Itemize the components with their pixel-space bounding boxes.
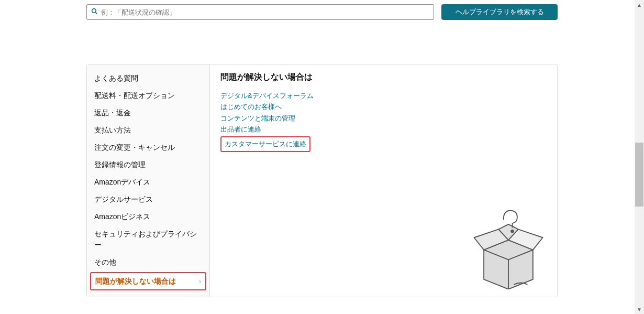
link-digital-device-forum[interactable]: デジタル&デバイスフォーラム	[220, 90, 547, 101]
scrollbar-down-icon[interactable]: ▼	[635, 305, 644, 314]
link-new-customers[interactable]: はじめてのお客様へ	[220, 101, 547, 112]
sidebar-item-payment[interactable]: 支払い方法	[87, 122, 209, 139]
link-content-devices[interactable]: コンテンツと端末の管理	[220, 113, 547, 124]
sidebar-item-shipping[interactable]: 配送料・配送オプション	[87, 87, 209, 104]
sidebar: よくある質問 配送料・配送オプション 返品・返金 支払い方法 注文の変更・キャン…	[87, 64, 210, 297]
link-contact-customer-service[interactable]: カスタマーサービスに連絡	[225, 138, 306, 149]
sidebar-item-security[interactable]: セキュリティおよびプライバシー	[87, 225, 209, 254]
search-box[interactable]	[86, 4, 434, 20]
main-panel: 問題が解決しない場合は デジタル&デバイスフォーラム はじめてのお客様へ コンテ…	[210, 64, 557, 297]
sidebar-item-digital[interactable]: デジタルサービス	[87, 191, 209, 208]
main-title: 問題が解決しない場合は	[220, 72, 547, 83]
sidebar-item-returns[interactable]: 返品・返金	[87, 104, 209, 122]
sidebar-item-devices[interactable]: Amazonデバイス	[87, 174, 209, 191]
scrollbar-thumb[interactable]	[635, 143, 643, 207]
sidebar-item-unresolved[interactable]: 問題が解決しない場合は ›	[90, 272, 206, 290]
sidebar-item-business[interactable]: Amazonビジネス	[87, 208, 209, 225]
svg-point-0	[92, 9, 96, 13]
highlighted-link-box: カスタマーサービスに連絡	[220, 136, 310, 152]
svg-point-7	[511, 230, 514, 233]
svg-line-1	[95, 12, 97, 14]
link-contact-seller[interactable]: 出品者に連絡	[220, 124, 547, 135]
search-icon	[91, 8, 98, 16]
search-button[interactable]: ヘルプライブラリを検索する	[441, 4, 558, 20]
search-input[interactable]	[101, 8, 429, 16]
sidebar-item-other[interactable]: その他	[87, 254, 209, 271]
open-box-question-icon	[469, 205, 548, 289]
sidebar-item-account[interactable]: 登録情報の管理	[87, 156, 209, 174]
sidebar-item-faq[interactable]: よくある質問	[87, 70, 209, 87]
link-list: デジタル&デバイスフォーラム はじめてのお客様へ コンテンツと端末の管理 出品者…	[220, 90, 547, 152]
search-row: ヘルプライブラリを検索する	[5, 0, 639, 20]
sidebar-item-order-change[interactable]: 注文の変更・キャンセル	[87, 139, 209, 156]
chevron-right-icon: ›	[199, 277, 201, 286]
sidebar-item-label: 問題が解決しない場合は	[95, 276, 176, 287]
scrollbar[interactable]: ▲ ▼	[635, 0, 644, 314]
help-card: よくある質問 配送料・配送オプション 返品・返金 支払い方法 注文の変更・キャン…	[86, 64, 558, 297]
scrollbar-up-icon[interactable]: ▲	[635, 0, 644, 9]
